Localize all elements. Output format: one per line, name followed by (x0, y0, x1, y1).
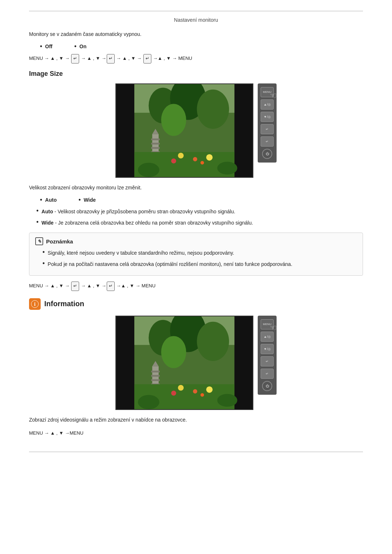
note-box: ✎ Poznámka • Signály, které nejsou uvede… (29, 233, 363, 276)
enter-btn-label-2b: ↵ (266, 372, 269, 376)
svg-text:i: i (34, 301, 36, 307)
down-btn-label-2: ▼/◎ (264, 347, 270, 351)
svg-point-42 (193, 389, 197, 393)
image-area-2: MENU ☞ ▲/◎ ▼/◎ ↵ ↵ ⏻ (29, 316, 363, 410)
bullet-list-1: • Auto - Velikost obrazovky je přizpůsob… (29, 208, 363, 227)
note-dot-1: • (42, 249, 45, 255)
option-off-label: Off (45, 44, 52, 49)
information-icon: i (29, 298, 41, 310)
svg-point-45 (200, 393, 204, 397)
enter-button-2a[interactable]: ↵ (261, 356, 274, 366)
svg-rect-37 (151, 375, 160, 377)
menu-path-3: MENU → ▲ , ▼ →MENU (29, 429, 363, 437)
enter-button-1b[interactable]: ↵ (261, 136, 274, 147)
enter-btn-label-2a: ↵ (266, 360, 269, 363)
options-row-2: • Auto • Wide (40, 197, 363, 203)
note-heading-label: Poznámka (46, 238, 73, 245)
side-controls-1: MENU ☞ ▲/◎ ▼/◎ ↵ ↵ ⏻ (258, 83, 277, 163)
hand-icon-2: ☞ (270, 323, 277, 333)
options-row-1: • Off • On (40, 43, 363, 50)
bullet-dot-off: • (40, 43, 42, 50)
svg-point-21 (138, 163, 159, 177)
down-button-1[interactable]: ▼/◎ (261, 112, 274, 122)
note-item-2: • Pokud je na počítači nastavena celá ob… (42, 260, 357, 268)
page-container: Nastavení monitoru Monitory se v zadaném… (0, 0, 392, 474)
svg-rect-11 (151, 139, 160, 140)
monitor-display-1 (115, 83, 253, 178)
option-off: • Off (40, 43, 53, 50)
bullet-dot-wide2: • (36, 219, 38, 225)
wide-desc: - Je zobrazena celá obrazovka bez ohledu… (54, 220, 253, 226)
bullet-dot-auto2: • (36, 208, 38, 214)
svg-rect-12 (151, 143, 160, 144)
note-text-1: Signály, které nejsou uvedeny v tabulce … (48, 249, 234, 257)
wide-bold: Wide (41, 220, 53, 226)
controls-wrapper-1: MENU ☞ ▲/◎ ▼/◎ ↵ ↵ ⏻ (258, 83, 277, 163)
svg-point-46 (138, 395, 159, 409)
information-heading-area: i Information (29, 298, 363, 310)
auto-desc: - Velikost obrazovky je přizpůsobena pom… (53, 209, 235, 214)
monitor-display-2 (115, 316, 253, 410)
controls-wrapper-2: MENU ☞ ▲/◎ ▼/◎ ↵ ↵ ⏻ (258, 316, 277, 395)
enter-btn-label-1a: ↵ (266, 127, 269, 131)
svg-point-43 (171, 390, 176, 395)
bullet-wide-text: Wide - Je zobrazena celá obrazovka bez o… (41, 219, 253, 227)
svg-point-8 (161, 104, 186, 136)
hand-icon-1: ☞ (270, 91, 277, 100)
enter-btn-label-1b: ↵ (266, 140, 269, 143)
svg-point-17 (193, 157, 197, 161)
menu-path-1: MENU → ▲ , ▼ → ↵ → ▲ , ▼ →↵ → ▲ , ▼ → ↵ … (29, 54, 363, 63)
page-title: Nastavení monitoru (29, 17, 363, 23)
info-svg-icon: i (31, 300, 39, 308)
option-wide: • Wide (78, 197, 96, 203)
up-btn-label: ▲/◎ (264, 103, 270, 106)
bullet-auto-text: Auto - Velikost obrazovky je přizpůsoben… (41, 208, 235, 216)
svg-point-32 (197, 321, 229, 361)
top-rule (29, 11, 363, 11)
svg-rect-27 (234, 316, 252, 409)
svg-point-44 (206, 386, 213, 393)
svg-point-19 (206, 154, 213, 161)
power-button-2[interactable]: ⏻ (262, 381, 272, 391)
down-btn-label: ▼/◎ (264, 115, 270, 119)
enter-key-2: ↵ (107, 54, 115, 63)
down-button-2[interactable]: ▼/◎ (261, 344, 274, 354)
enter-key-5: ↵ (107, 282, 115, 291)
bullet-dot-wide: • (78, 197, 81, 203)
auto-bold: Auto (41, 209, 53, 214)
menu-button-2[interactable]: MENU ☞ (261, 319, 274, 329)
up-button-2[interactable]: ▲/◎ (261, 332, 274, 342)
menu-path-2: MENU → ▲ , ▼ → ↵ → ▲ , ▼ →↵ →▲ , ▼ → MEN… (29, 282, 363, 291)
intro-text: Monitory se v zadaném čase automaticky v… (29, 30, 363, 38)
svg-rect-1 (117, 84, 134, 177)
svg-point-47 (217, 394, 237, 406)
note-item-1: • Signály, které nejsou uvedeny v tabulc… (42, 249, 357, 257)
up-button-1[interactable]: ▲/◎ (261, 99, 274, 110)
up-btn-label-2: ▲/◎ (264, 335, 270, 338)
bottom-rule (29, 452, 363, 452)
power-button-1[interactable]: ⏻ (262, 149, 272, 159)
note-icon: ✎ (35, 237, 43, 245)
information-heading-text: Information (44, 300, 84, 308)
enter-button-1a[interactable]: ↵ (261, 124, 274, 134)
option-auto-label: Auto (45, 197, 57, 203)
option-on-label: On (79, 44, 86, 49)
option-wide-label: Wide (84, 197, 96, 203)
svg-rect-36 (151, 370, 160, 372)
side-controls-2: MENU ☞ ▲/◎ ▼/◎ ↵ ↵ ⏻ (258, 316, 277, 395)
image-area-1: MENU ☞ ▲/◎ ▼/◎ ↵ ↵ ⏻ (29, 83, 363, 178)
bullet-dot-auto: • (40, 197, 42, 203)
bullet-item-wide: • Wide - Je zobrazena celá obrazovka bez… (36, 219, 363, 227)
note-text-2: Pokud je na počítači nastavena celá obra… (48, 260, 292, 268)
svg-rect-2 (234, 84, 252, 177)
enter-key-3: ↵ (143, 54, 151, 63)
image-size-heading: Image Size (29, 70, 363, 78)
enter-button-2b[interactable]: ↵ (261, 369, 274, 379)
bullet-item-auto: • Auto - Velikost obrazovky je přizpůsob… (36, 208, 363, 216)
svg-point-7 (197, 90, 229, 129)
enter-key-1: ↵ (71, 54, 79, 63)
information-text: Zobrazí zdroj videosignálu a režim zobra… (29, 416, 363, 424)
option-on: • On (74, 43, 87, 50)
menu-button-1[interactable]: MENU ☞ (261, 87, 274, 97)
svg-rect-13 (151, 147, 160, 149)
